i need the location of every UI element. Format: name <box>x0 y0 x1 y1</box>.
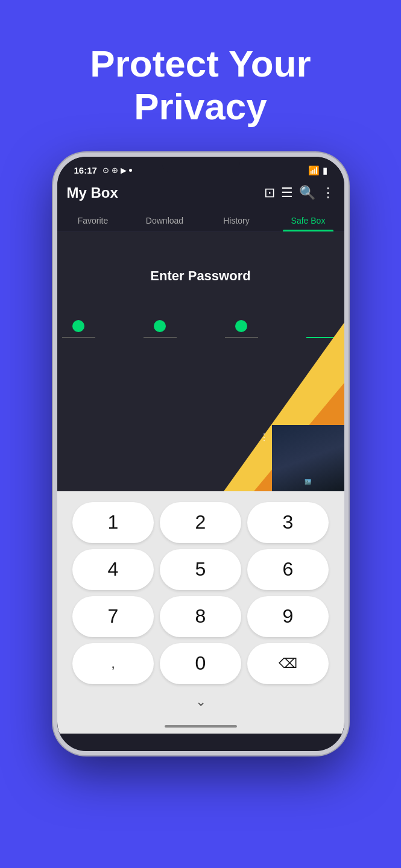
key-2[interactable]: 2 <box>160 502 241 543</box>
status-time: 16:17 <box>74 165 97 175</box>
status-icon-sim: ⊙ <box>103 166 109 175</box>
key-8[interactable]: 8 <box>160 596 241 637</box>
home-indicator <box>57 725 344 734</box>
hero-title: Protect Your Privacy <box>90 42 311 128</box>
status-icon-youtube: ▶ <box>121 166 127 175</box>
phone-notch <box>162 157 240 174</box>
pin-dot-1 <box>72 320 84 332</box>
status-dot <box>129 169 132 172</box>
key-row-2: 4 5 6 <box>66 549 336 590</box>
key-7[interactable]: 7 <box>72 596 154 637</box>
phone-frame: 16:17 ⊙ ⊕ ▶ 📶 ▮ My Box ⊡ ☰ 🔍 ⋮ <box>53 153 349 755</box>
home-bar <box>165 725 237 728</box>
more-icon[interactable]: ⋮ <box>321 185 335 201</box>
wifi-icon: 📶 <box>308 165 320 176</box>
media-thumbnail: 🏙️ <box>272 425 344 491</box>
numeric-keyboard: 1 2 3 4 5 6 7 8 9 , 0 ⌫ <box>57 491 344 725</box>
pin-slot-1 <box>62 320 95 338</box>
key-comma[interactable]: , <box>72 643 154 684</box>
key-9[interactable]: 9 <box>247 596 329 637</box>
tab-download[interactable]: Download <box>129 209 201 231</box>
battery-icon: ▮ <box>323 165 327 176</box>
tabs-bar: Favorite Download History Safe Box <box>57 209 344 232</box>
tab-safe-box[interactable]: Safe Box <box>273 209 344 231</box>
vertical-dots-icon[interactable]: ⋮ <box>259 432 269 443</box>
tab-favorite[interactable]: Favorite <box>57 209 129 231</box>
app-title: My Box <box>67 184 264 201</box>
key-5[interactable]: 5 <box>160 549 241 590</box>
chevron-down-icon[interactable]: ⌄ <box>195 694 206 709</box>
search-icon[interactable]: 🔍 <box>299 185 315 201</box>
safe-box-content: Enter Password <box>57 232 344 491</box>
top-bar: My Box ⊡ ☰ 🔍 ⋮ <box>57 181 344 209</box>
pin-dot-2 <box>154 320 166 332</box>
status-icon-gps: ⊕ <box>112 166 118 175</box>
pin-line-1 <box>62 337 95 338</box>
key-row-3: 7 8 9 <box>66 596 336 637</box>
key-row-4: , 0 ⌫ <box>66 643 336 684</box>
tab-history[interactable]: History <box>201 209 273 231</box>
key-row-1: 1 2 3 <box>66 502 336 543</box>
pin-line-2 <box>144 337 177 338</box>
key-3[interactable]: 3 <box>247 502 329 543</box>
cast-icon[interactable]: ⊡ <box>264 185 275 201</box>
key-4[interactable]: 4 <box>72 549 154 590</box>
enter-password-title: Enter Password <box>150 268 250 284</box>
bottom-bar: ⌄ <box>66 690 336 719</box>
hero-section: Protect Your Privacy <box>90 0 311 153</box>
pin-slot-2 <box>144 320 177 338</box>
key-backspace[interactable]: ⌫ <box>247 643 329 684</box>
key-1[interactable]: 1 <box>72 502 154 543</box>
list-icon[interactable]: ☰ <box>281 185 293 201</box>
key-0[interactable]: 0 <box>160 643 241 684</box>
key-6[interactable]: 6 <box>247 549 329 590</box>
